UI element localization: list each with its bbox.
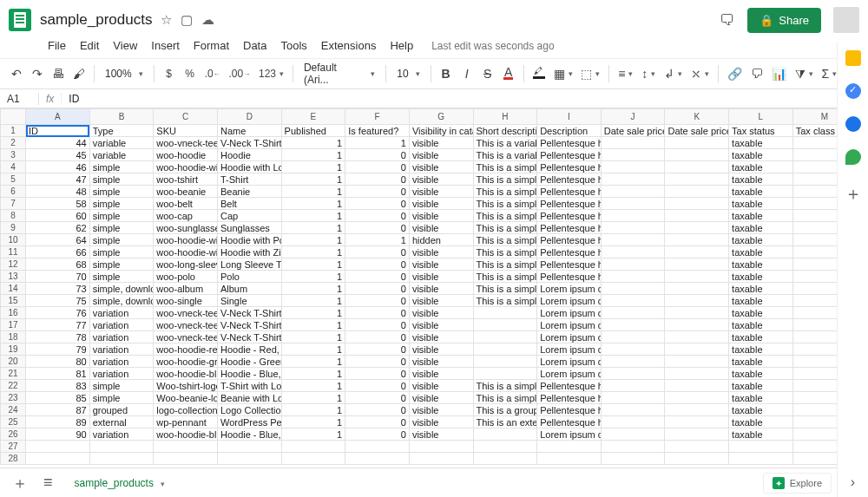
sheet-tab[interactable]: sample_products: [63, 471, 176, 494]
cell[interactable]: simple: [89, 222, 154, 234]
cell[interactable]: simple: [89, 271, 154, 283]
cell[interactable]: visible: [409, 210, 473, 222]
cell[interactable]: [473, 319, 537, 331]
cell[interactable]: ID: [26, 125, 90, 137]
keep-icon[interactable]: [845, 50, 861, 66]
cell[interactable]: This is a simple: [473, 173, 537, 186]
cell[interactable]: [601, 319, 665, 331]
formula-input[interactable]: ID: [62, 93, 868, 105]
cell[interactable]: 0: [345, 161, 410, 173]
cell[interactable]: visible: [409, 149, 473, 161]
cell[interactable]: 73: [26, 283, 90, 295]
cell[interactable]: [601, 441, 665, 453]
cell[interactable]: Pellentesque habitant morbi tristique se…: [537, 186, 602, 198]
cell[interactable]: simple: [89, 258, 154, 271]
cell[interactable]: [26, 453, 90, 465]
cell[interactable]: [409, 441, 473, 453]
cell[interactable]: 0: [345, 198, 410, 210]
cell[interactable]: [665, 319, 729, 331]
cell[interactable]: Lorem ipsum dolor sit amet, consectetur …: [537, 356, 602, 368]
cell[interactable]: [665, 307, 729, 319]
cell[interactable]: woo-hoodie-blue: [154, 368, 218, 380]
cell[interactable]: variation: [89, 307, 154, 319]
contacts-icon[interactable]: [845, 116, 861, 132]
col-header-L[interactable]: L: [729, 109, 793, 125]
cell[interactable]: Pellentesque habitant morbi tristique se…: [537, 392, 602, 404]
cell[interactable]: [665, 271, 729, 283]
cell[interactable]: 1: [281, 392, 345, 404]
cell[interactable]: This is a simple: [473, 271, 537, 283]
cell[interactable]: Polo: [217, 271, 281, 283]
cell[interactable]: taxable: [729, 271, 793, 283]
cell[interactable]: [601, 283, 665, 295]
menu-tools[interactable]: Tools: [274, 36, 312, 55]
cell[interactable]: [665, 453, 729, 465]
cell[interactable]: taxable: [729, 234, 793, 246]
row-header[interactable]: 24: [1, 404, 26, 416]
cell[interactable]: woo-hoodie-with: [154, 161, 218, 173]
wrap-button[interactable]: ↲: [661, 63, 686, 84]
cell[interactable]: visible: [409, 258, 473, 271]
cell[interactable]: Pellentesque habitant morbi tristique se…: [537, 198, 602, 210]
format-currency[interactable]: $: [160, 64, 179, 83]
filter-button[interactable]: ⧩: [792, 63, 817, 85]
cell[interactable]: 58: [26, 198, 90, 210]
row-header[interactable]: 8: [1, 210, 26, 222]
cell[interactable]: [601, 380, 665, 392]
cell[interactable]: Lorem ipsum dolor sit amet, consectetur …: [537, 368, 602, 380]
cell[interactable]: simple: [89, 392, 154, 404]
cell[interactable]: 0: [345, 356, 410, 368]
cell[interactable]: [217, 453, 281, 465]
cell[interactable]: [154, 453, 218, 465]
cell[interactable]: visible: [409, 222, 473, 234]
tasks-icon[interactable]: [845, 83, 861, 99]
col-header-J[interactable]: J: [601, 109, 665, 125]
merge-button[interactable]: ⬚: [577, 63, 603, 84]
cell[interactable]: [601, 173, 665, 186]
cell[interactable]: 1: [345, 137, 410, 149]
cell[interactable]: 1: [281, 198, 345, 210]
cell[interactable]: 1: [281, 380, 345, 392]
cell[interactable]: simple: [89, 198, 154, 210]
text-color-button[interactable]: A: [499, 64, 518, 83]
cell[interactable]: woo-single: [154, 295, 218, 307]
cell[interactable]: simple: [89, 234, 154, 246]
cell[interactable]: 1: [281, 307, 345, 319]
cell[interactable]: taxable: [729, 343, 793, 356]
comment-button[interactable]: 🗩: [747, 63, 766, 84]
cell[interactable]: [665, 149, 729, 161]
cell[interactable]: Belt: [217, 198, 281, 210]
menu-extensions[interactable]: Extensions: [315, 36, 383, 55]
row-header[interactable]: 3: [1, 149, 26, 161]
menu-edit[interactable]: Edit: [74, 36, 105, 55]
cell[interactable]: V-Neck T-Shirt: [217, 137, 281, 149]
cell[interactable]: simple: [89, 210, 154, 222]
cell[interactable]: Pellentesque habitant morbi tristique se…: [537, 234, 602, 246]
cell[interactable]: 0: [345, 307, 410, 319]
cell[interactable]: [665, 356, 729, 368]
cell[interactable]: 1: [281, 161, 345, 173]
cell[interactable]: [665, 441, 729, 453]
cell[interactable]: [473, 428, 537, 441]
menu-view[interactable]: View: [107, 36, 143, 55]
row-header[interactable]: 6: [1, 186, 26, 198]
cell[interactable]: [601, 137, 665, 149]
cell[interactable]: Album: [217, 283, 281, 295]
cell[interactable]: Published: [281, 125, 345, 137]
cell[interactable]: taxable: [729, 161, 793, 173]
cell[interactable]: [537, 441, 602, 453]
cell[interactable]: taxable: [729, 137, 793, 149]
row-header[interactable]: 19: [1, 343, 26, 356]
cell[interactable]: [601, 161, 665, 173]
cell[interactable]: This is a simple: [473, 198, 537, 210]
cell[interactable]: [665, 198, 729, 210]
cell[interactable]: 0: [345, 149, 410, 161]
explore-button[interactable]: ✦ Explore: [763, 473, 832, 494]
cell[interactable]: taxable: [729, 149, 793, 161]
paint-format-button[interactable]: 🖌: [69, 63, 89, 84]
cell[interactable]: 1: [281, 258, 345, 271]
cell[interactable]: 0: [345, 319, 410, 331]
cell[interactable]: simple: [89, 173, 154, 186]
cell[interactable]: Pellentesque habitant morbi tristique se…: [537, 137, 602, 149]
cell[interactable]: Pellentesque habitant morbi tristique se…: [537, 222, 602, 234]
